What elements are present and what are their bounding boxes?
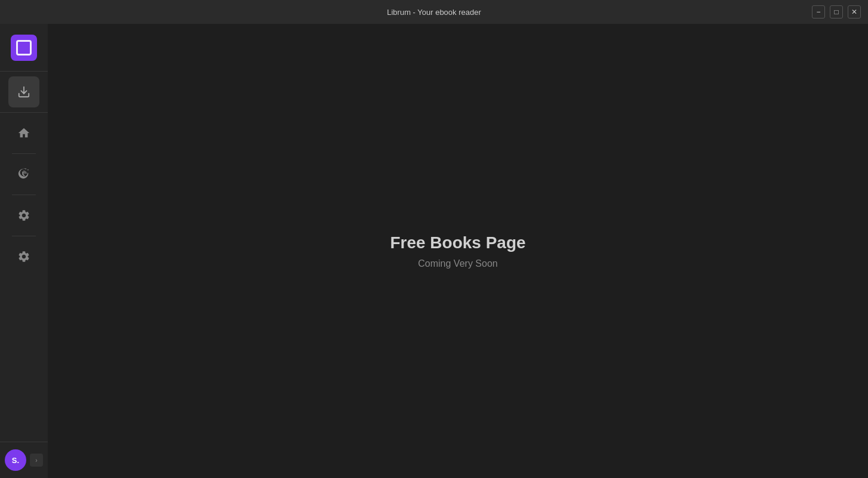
sidebar-item-download[interactable] — [8, 76, 39, 107]
stats-icon — [17, 168, 30, 181]
app-title: Librum - Your ebook reader — [387, 8, 481, 17]
window-controls: − □ ✕ — [812, 5, 861, 18]
sidebar: S. › — [0, 24, 48, 478]
minimize-button[interactable]: − — [812, 5, 825, 18]
extensions-icon — [17, 209, 30, 222]
home-icon — [17, 127, 30, 140]
main-content: Free Books Page Coming Very Soon — [48, 24, 868, 478]
sidebar-item-extensions[interactable] — [8, 200, 39, 231]
app-logo-icon — [11, 35, 37, 61]
avatar[interactable]: S. — [5, 449, 26, 471]
sidebar-item-home[interactable] — [8, 118, 39, 149]
page-heading: Free Books Page — [390, 233, 525, 252]
sidebar-top-actions — [0, 72, 48, 113]
logo-inner-square — [16, 40, 32, 55]
maximize-button[interactable]: □ — [830, 5, 843, 18]
sidebar-logo — [0, 24, 48, 72]
sidebar-footer: S. › — [0, 442, 48, 478]
close-button[interactable]: ✕ — [848, 5, 861, 18]
sidebar-item-settings[interactable] — [8, 241, 39, 272]
sidebar-item-stats[interactable] — [8, 159, 39, 190]
sidebar-divider-3 — [12, 236, 36, 236]
settings-icon — [17, 250, 30, 263]
sidebar-nav — [0, 113, 48, 277]
sidebar-divider-2 — [12, 195, 36, 195]
page-subheading: Coming Very Soon — [390, 258, 525, 269]
sidebar-divider-1 — [12, 153, 36, 154]
download-icon — [17, 85, 30, 98]
app-body: S. › Free Books Page Coming Very Soon — [0, 24, 868, 478]
expand-button[interactable]: › — [30, 454, 43, 467]
title-bar: Librum - Your ebook reader − □ ✕ — [0, 0, 868, 24]
center-message: Free Books Page Coming Very Soon — [390, 233, 525, 269]
